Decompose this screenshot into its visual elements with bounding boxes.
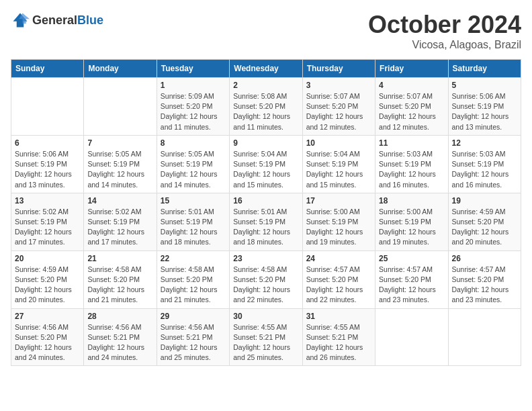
weekday-header: Wednesday xyxy=(230,60,302,78)
calendar-cell: 29Sunrise: 4:56 AM Sunset: 5:21 PM Dayli… xyxy=(157,308,229,366)
day-number: 10 xyxy=(306,138,371,148)
day-number: 19 xyxy=(452,196,517,205)
day-info: Sunrise: 4:58 AM Sunset: 5:20 PM Dayligh… xyxy=(161,265,226,306)
calendar-cell: 26Sunrise: 4:57 AM Sunset: 5:20 PM Dayli… xyxy=(448,250,521,308)
day-info: Sunrise: 4:57 AM Sunset: 5:20 PM Dayligh… xyxy=(379,265,444,306)
page-header: GeneralBlue October 2024 Vicosa, Alagoas… xyxy=(11,11,521,51)
day-number: 13 xyxy=(15,196,80,205)
day-info: Sunrise: 4:58 AM Sunset: 5:20 PM Dayligh… xyxy=(87,265,152,306)
weekday-header: Sunday xyxy=(11,60,84,78)
calendar-cell: 23Sunrise: 4:58 AM Sunset: 5:20 PM Dayli… xyxy=(230,250,302,308)
day-number: 2 xyxy=(233,81,298,90)
calendar-cell: 12Sunrise: 5:03 AM Sunset: 5:19 PM Dayli… xyxy=(448,135,521,193)
calendar-cell: 3Sunrise: 5:07 AM Sunset: 5:20 PM Daylig… xyxy=(302,78,375,136)
calendar-cell: 10Sunrise: 5:04 AM Sunset: 5:19 PM Dayli… xyxy=(302,135,375,193)
weekday-header: Saturday xyxy=(448,60,521,78)
day-info: Sunrise: 4:59 AM Sunset: 5:20 PM Dayligh… xyxy=(15,265,80,306)
day-info: Sunrise: 5:06 AM Sunset: 5:19 PM Dayligh… xyxy=(452,91,517,132)
day-number: 11 xyxy=(379,138,444,148)
day-number: 8 xyxy=(161,138,226,148)
calendar-cell: 6Sunrise: 5:06 AM Sunset: 5:19 PM Daylig… xyxy=(11,135,84,193)
calendar-week-row: 6Sunrise: 5:06 AM Sunset: 5:19 PM Daylig… xyxy=(11,135,521,193)
calendar-cell: 11Sunrise: 5:03 AM Sunset: 5:19 PM Dayli… xyxy=(375,135,448,193)
calendar-cell: 24Sunrise: 4:57 AM Sunset: 5:20 PM Dayli… xyxy=(302,250,375,308)
day-info: Sunrise: 5:04 AM Sunset: 5:19 PM Dayligh… xyxy=(233,149,298,190)
calendar-cell: 21Sunrise: 4:58 AM Sunset: 5:20 PM Dayli… xyxy=(84,250,157,308)
calendar-cell: 28Sunrise: 4:56 AM Sunset: 5:21 PM Dayli… xyxy=(84,308,157,366)
day-number: 7 xyxy=(87,138,152,148)
day-info: Sunrise: 5:02 AM Sunset: 5:19 PM Dayligh… xyxy=(15,207,80,248)
weekday-header: Tuesday xyxy=(157,60,229,78)
calendar-cell: 30Sunrise: 4:55 AM Sunset: 5:21 PM Dayli… xyxy=(230,308,302,366)
day-number: 4 xyxy=(379,81,444,90)
day-info: Sunrise: 5:07 AM Sunset: 5:20 PM Dayligh… xyxy=(379,91,444,132)
day-number: 26 xyxy=(452,254,517,263)
day-info: Sunrise: 5:04 AM Sunset: 5:19 PM Dayligh… xyxy=(306,149,371,190)
day-info: Sunrise: 5:01 AM Sunset: 5:19 PM Dayligh… xyxy=(233,207,298,248)
day-number: 18 xyxy=(379,196,444,205)
calendar-cell: 16Sunrise: 5:01 AM Sunset: 5:19 PM Dayli… xyxy=(230,193,302,250)
day-info: Sunrise: 5:05 AM Sunset: 5:19 PM Dayligh… xyxy=(87,149,152,190)
calendar-table: SundayMondayTuesdayWednesdayThursdayFrid… xyxy=(11,59,521,366)
calendar-cell xyxy=(448,308,521,366)
calendar-cell: 9Sunrise: 5:04 AM Sunset: 5:19 PM Daylig… xyxy=(230,135,302,193)
calendar-cell xyxy=(84,78,157,136)
day-info: Sunrise: 5:03 AM Sunset: 5:19 PM Dayligh… xyxy=(452,149,517,190)
day-info: Sunrise: 4:57 AM Sunset: 5:20 PM Dayligh… xyxy=(452,265,517,306)
calendar-cell: 18Sunrise: 5:00 AM Sunset: 5:19 PM Dayli… xyxy=(375,193,448,250)
day-number: 5 xyxy=(452,81,517,90)
calendar-cell xyxy=(375,308,448,366)
day-number: 1 xyxy=(161,81,226,90)
day-number: 31 xyxy=(306,312,371,321)
day-info: Sunrise: 5:03 AM Sunset: 5:19 PM Dayligh… xyxy=(379,149,444,190)
day-info: Sunrise: 4:57 AM Sunset: 5:20 PM Dayligh… xyxy=(306,265,371,306)
calendar-cell: 19Sunrise: 4:59 AM Sunset: 5:20 PM Dayli… xyxy=(448,193,521,250)
calendar-cell: 22Sunrise: 4:58 AM Sunset: 5:20 PM Dayli… xyxy=(157,250,229,308)
day-info: Sunrise: 4:59 AM Sunset: 5:20 PM Dayligh… xyxy=(452,207,517,248)
day-number: 28 xyxy=(87,312,152,321)
logo-text-blue: Blue xyxy=(77,13,103,27)
day-number: 30 xyxy=(233,312,298,321)
calendar-header-row: SundayMondayTuesdayWednesdayThursdayFrid… xyxy=(11,60,521,78)
day-number: 29 xyxy=(161,312,226,321)
day-info: Sunrise: 4:56 AM Sunset: 5:21 PM Dayligh… xyxy=(87,322,152,363)
calendar-cell: 25Sunrise: 4:57 AM Sunset: 5:20 PM Dayli… xyxy=(375,250,448,308)
calendar-cell: 31Sunrise: 4:55 AM Sunset: 5:21 PM Dayli… xyxy=(302,308,375,366)
day-info: Sunrise: 5:00 AM Sunset: 5:19 PM Dayligh… xyxy=(306,207,371,248)
day-info: Sunrise: 4:56 AM Sunset: 5:21 PM Dayligh… xyxy=(161,322,226,363)
day-number: 14 xyxy=(87,196,152,205)
day-number: 21 xyxy=(87,254,152,263)
weekday-header: Monday xyxy=(84,60,157,78)
day-number: 9 xyxy=(233,138,298,148)
title-block: October 2024 Vicosa, Alagoas, Brazil xyxy=(368,11,521,51)
day-number: 24 xyxy=(306,254,371,263)
weekday-header: Friday xyxy=(375,60,448,78)
calendar-cell: 20Sunrise: 4:59 AM Sunset: 5:20 PM Dayli… xyxy=(11,250,84,308)
day-info: Sunrise: 5:06 AM Sunset: 5:19 PM Dayligh… xyxy=(15,149,80,190)
calendar-week-row: 27Sunrise: 4:56 AM Sunset: 5:20 PM Dayli… xyxy=(11,308,521,366)
day-info: Sunrise: 5:02 AM Sunset: 5:19 PM Dayligh… xyxy=(87,207,152,248)
calendar-cell: 17Sunrise: 5:00 AM Sunset: 5:19 PM Dayli… xyxy=(302,193,375,250)
day-info: Sunrise: 5:00 AM Sunset: 5:19 PM Dayligh… xyxy=(379,207,444,248)
day-number: 3 xyxy=(306,81,371,90)
calendar-week-row: 13Sunrise: 5:02 AM Sunset: 5:19 PM Dayli… xyxy=(11,193,521,250)
day-number: 17 xyxy=(306,196,371,205)
day-info: Sunrise: 4:58 AM Sunset: 5:20 PM Dayligh… xyxy=(233,265,298,306)
day-number: 27 xyxy=(15,312,80,321)
calendar-cell: 4Sunrise: 5:07 AM Sunset: 5:20 PM Daylig… xyxy=(375,78,448,136)
calendar-cell xyxy=(11,78,84,136)
calendar-location: Vicosa, Alagoas, Brazil xyxy=(368,39,521,51)
calendar-cell: 15Sunrise: 5:01 AM Sunset: 5:19 PM Dayli… xyxy=(157,193,229,250)
calendar-week-row: 20Sunrise: 4:59 AM Sunset: 5:20 PM Dayli… xyxy=(11,250,521,308)
day-number: 20 xyxy=(15,254,80,263)
day-info: Sunrise: 5:09 AM Sunset: 5:20 PM Dayligh… xyxy=(161,91,226,132)
day-number: 12 xyxy=(452,138,517,148)
day-number: 22 xyxy=(161,254,226,263)
calendar-week-row: 1Sunrise: 5:09 AM Sunset: 5:20 PM Daylig… xyxy=(11,78,521,136)
day-info: Sunrise: 4:55 AM Sunset: 5:21 PM Dayligh… xyxy=(233,322,298,363)
day-info: Sunrise: 5:01 AM Sunset: 5:19 PM Dayligh… xyxy=(161,207,226,248)
calendar-cell: 7Sunrise: 5:05 AM Sunset: 5:19 PM Daylig… xyxy=(84,135,157,193)
logo: GeneralBlue xyxy=(11,11,103,30)
logo-text-general: General xyxy=(32,13,77,27)
calendar-cell: 5Sunrise: 5:06 AM Sunset: 5:19 PM Daylig… xyxy=(448,78,521,136)
